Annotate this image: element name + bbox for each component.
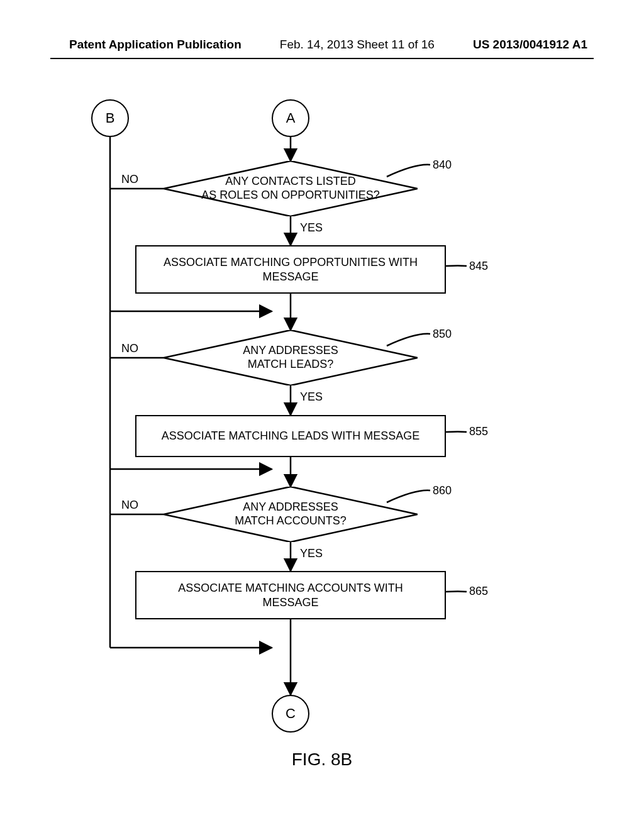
connector-b-label: B [106, 110, 115, 126]
decision-840-text: ANY CONTACTS LISTED AS ROLES ON OPPORTUN… [170, 175, 411, 202]
figure-caption: FIG. 8B [0, 750, 644, 770]
flowchart-stage: B A ANY CONTACTS LISTED AS ROLES ON OPPO… [0, 82, 644, 805]
decision-860-text: ANY ADDRESSES MATCH ACCOUNTS? [203, 501, 378, 528]
header-patent-number: US 2013/0041912 A1 [473, 38, 587, 52]
decision-860-no: NO [121, 499, 138, 512]
connector-b: B [91, 99, 129, 137]
decision-850-yes: YES [300, 390, 323, 404]
decision-860-yes: YES [300, 547, 323, 560]
connector-c: C [272, 695, 309, 733]
decision-840-yes: YES [300, 221, 323, 235]
decision-840: ANY CONTACTS LISTED AS ROLES ON OPPORTUN… [164, 161, 418, 216]
header-rule [50, 58, 594, 59]
decision-860: ANY ADDRESSES MATCH ACCOUNTS? [164, 487, 418, 542]
decision-850-no: NO [121, 342, 138, 355]
decision-840-no: NO [121, 173, 138, 186]
process-855-ref: 855 [469, 425, 488, 438]
process-845-text: ASSOCIATE MATCHING OPPORTUNITIES WITH ME… [149, 255, 432, 284]
process-865-ref: 865 [469, 585, 488, 598]
header-publication: Patent Application Publication [69, 38, 242, 52]
process-845: ASSOCIATE MATCHING OPPORTUNITIES WITH ME… [135, 245, 446, 294]
process-865-text: ASSOCIATE MATCHING ACCOUNTS WITH MESSAGE [149, 581, 432, 609]
header-date-sheet: Feb. 14, 2013 Sheet 11 of 16 [280, 38, 435, 52]
process-865: ASSOCIATE MATCHING ACCOUNTS WITH MESSAGE [135, 571, 446, 619]
decision-860-ref: 860 [433, 484, 452, 497]
connector-a: A [272, 99, 309, 137]
process-845-ref: 845 [469, 260, 488, 273]
decision-850: ANY ADDRESSES MATCH LEADS? [164, 330, 418, 385]
decision-850-text: ANY ADDRESSES MATCH LEADS? [211, 344, 370, 371]
connector-c-label: C [286, 706, 296, 722]
connector-a-label: A [286, 110, 296, 126]
process-855-text: ASSOCIATE MATCHING LEADS WITH MESSAGE [162, 429, 419, 443]
decision-850-ref: 850 [433, 328, 452, 341]
process-855: ASSOCIATE MATCHING LEADS WITH MESSAGE [135, 415, 446, 457]
decision-840-ref: 840 [433, 158, 452, 172]
